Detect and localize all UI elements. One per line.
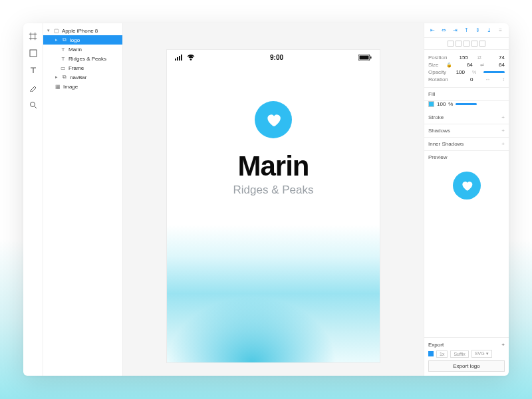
opacity-label: Opacity: [428, 69, 446, 75]
size-w-field[interactable]: 64: [460, 62, 473, 68]
position-label: Position: [428, 55, 447, 61]
constraint-box[interactable]: [479, 41, 485, 47]
export-section: Export + 1x Suffix SVG ▾ Export logo: [424, 337, 509, 376]
transform-section: Position 155 ⇄ 74 Size 🔒 64 ⇄ 64 Opacity…: [424, 50, 509, 88]
shadows-label: Shadows: [428, 128, 450, 134]
opacity-field[interactable]: 100: [452, 69, 465, 75]
layer-item-frame[interactable]: ▭ Frame: [43, 63, 122, 72]
constraint-box[interactable]: [456, 41, 462, 47]
layer-label: Image: [63, 84, 78, 90]
align-right-icon[interactable]: ⇥: [452, 27, 459, 34]
brand-block: Marin Ridges & Peaks: [167, 150, 380, 197]
layer-item-navbar[interactable]: ▸ ⧉ navBar: [43, 72, 122, 82]
align-hcenter-icon[interactable]: ⇔: [441, 27, 448, 34]
rotation-label: Rotation: [428, 76, 448, 82]
preview-section-header: Preview: [424, 151, 509, 164]
svg-rect-3: [177, 57, 178, 61]
fill-section-header: Fill: [424, 88, 509, 101]
constraint-box[interactable]: [471, 41, 477, 47]
rectangle-tool[interactable]: [29, 49, 38, 58]
align-bottom-icon[interactable]: ⤓: [486, 27, 493, 34]
text-tool[interactable]: [29, 66, 38, 75]
svg-rect-7: [359, 56, 368, 60]
svg-rect-0: [30, 50, 37, 57]
heart-icon: [265, 111, 282, 128]
app-window: ▾ ▢ Apple iPhone 8 ▸ ⧉ logo T Marin T Ri…: [23, 23, 509, 376]
position-y-field[interactable]: 74: [491, 55, 505, 61]
constraint-box[interactable]: [464, 41, 469, 47]
inspector-panel: ⇤ ⇔ ⇥ ⤒ ⇕ ⤓ ≡ Position 155 ⇄ 74 Size 🔒: [424, 23, 509, 376]
artboard-iphone[interactable]: 9:00 Marin Ridges & Peaks: [167, 50, 380, 362]
heart-icon: [460, 179, 473, 192]
tool-rail: [23, 23, 43, 376]
size-h-field[interactable]: 64: [491, 62, 505, 68]
layer-label: Ridges & Peaks: [68, 56, 106, 62]
constraint-controls: [424, 38, 509, 50]
layer-label: navBar: [70, 74, 86, 80]
align-vcenter-icon[interactable]: ⇕: [475, 27, 481, 34]
lock-icon[interactable]: ⇄: [475, 55, 483, 61]
battery-icon: [358, 55, 372, 61]
add-export-button[interactable]: +: [501, 342, 505, 348]
align-left-icon[interactable]: ⇤: [430, 27, 436, 34]
svg-point-1: [30, 102, 35, 107]
layer-item-marin[interactable]: T Marin: [43, 45, 122, 54]
canvas[interactable]: 9:00 Marin Ridges & Peaks: [123, 23, 424, 376]
pen-tool[interactable]: [29, 83, 38, 92]
svg-rect-4: [179, 56, 180, 61]
inner-shadows-label: Inner Shadows: [428, 141, 464, 147]
fill-row: 100 %: [424, 101, 509, 111]
layer-item-ridges[interactable]: T Ridges & Peaks: [43, 54, 122, 63]
artboard-icon: ▢: [54, 28, 59, 33]
position-x-field[interactable]: 155: [455, 55, 468, 61]
lock-icon[interactable]: 🔒: [444, 63, 454, 68]
layer-label: Marin: [68, 47, 82, 53]
image-icon: ▦: [55, 84, 61, 89]
fill-opacity-field[interactable]: 100: [437, 101, 446, 107]
link-icon[interactable]: ⇄: [478, 63, 486, 68]
inner-shadows-section-header[interactable]: Inner Shadows +: [424, 138, 509, 151]
svg-rect-2: [175, 59, 176, 61]
export-scale-field[interactable]: 1x: [436, 350, 448, 358]
logo-mark[interactable]: [255, 101, 292, 138]
layer-artboard[interactable]: ▾ ▢ Apple iPhone 8: [43, 26, 122, 35]
shadows-section-header[interactable]: Shadows +: [424, 124, 509, 138]
export-suffix-field[interactable]: Suffix: [450, 350, 468, 358]
constraint-box[interactable]: [448, 41, 454, 47]
layer-item-image[interactable]: ▦ Image: [43, 82, 122, 91]
preview-label: Preview: [428, 154, 447, 160]
zoom-tool[interactable]: [29, 100, 38, 110]
flip-h-icon[interactable]: ↔: [485, 76, 490, 82]
add-inner-shadow-button[interactable]: +: [501, 141, 505, 147]
fill-label: Fill: [428, 91, 435, 97]
svg-rect-8: [370, 57, 372, 59]
distribute-icon[interactable]: ≡: [497, 27, 504, 34]
preview-logo: [453, 172, 481, 200]
layer-item-logo[interactable]: ▸ ⧉ logo: [43, 35, 122, 45]
stroke-section-header[interactable]: Stroke +: [424, 111, 509, 124]
layer-label: Apple iPhone 8: [62, 28, 98, 34]
status-time: 9:00: [270, 54, 283, 61]
rotation-field[interactable]: 0: [460, 76, 473, 82]
export-format-select[interactable]: SVG ▾: [471, 350, 492, 358]
export-button[interactable]: Export logo: [428, 360, 505, 372]
preview-area: [424, 164, 509, 337]
add-shadow-button[interactable]: +: [501, 128, 505, 134]
group-icon: ⧉: [62, 37, 67, 43]
add-stroke-button[interactable]: +: [501, 114, 505, 120]
align-top-icon[interactable]: ⤒: [464, 27, 470, 34]
frame-tool[interactable]: [29, 31, 38, 41]
wifi-icon: [187, 55, 195, 61]
export-label: Export: [428, 342, 444, 348]
svg-rect-5: [181, 55, 182, 61]
opacity-slider[interactable]: [483, 71, 505, 73]
export-enabled-checkbox[interactable]: [428, 351, 434, 356]
text-icon: T: [61, 56, 66, 61]
layer-label: logo: [70, 37, 80, 43]
fill-swatch[interactable]: [428, 101, 434, 107]
brand-subtitle: Ridges & Peaks: [167, 184, 380, 197]
alignment-controls: ⇤ ⇔ ⇥ ⤒ ⇕ ⤓ ≡: [424, 23, 509, 38]
fill-opacity-slider[interactable]: [456, 103, 477, 105]
group-icon: ⧉: [62, 74, 67, 80]
flip-v-icon[interactable]: ↕: [502, 76, 505, 82]
